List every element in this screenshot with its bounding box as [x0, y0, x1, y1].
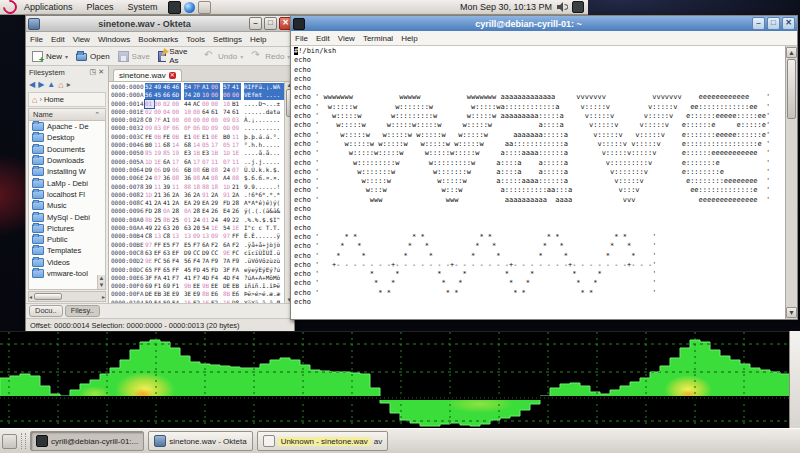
hex-row[interactable]: 0000:007839113911881888181D219.9......! — [111, 183, 284, 191]
hex-byte[interactable]: 2A — [232, 191, 241, 199]
hex-byte[interactable]: E3 — [202, 149, 211, 157]
hex-byte[interactable]: 49 — [145, 224, 154, 232]
hex-byte[interactable]: 09 — [232, 124, 241, 132]
hex-byte[interactable]: 3E — [184, 290, 193, 298]
terminal-menu-terminal[interactable]: Terminal — [359, 34, 397, 43]
hex-byte[interactable]: 10 — [184, 108, 193, 116]
hex-editor-view[interactable]: 0000:000052494646E47FA1005741RIFFä.¡.WA0… — [109, 82, 284, 303]
hex-byte[interactable]: 09 — [211, 124, 220, 132]
hex-byte[interactable]: 1B — [211, 149, 220, 157]
folder-item-downloads[interactable]: Downloads — [29, 155, 105, 166]
hex-byte[interactable]: 08 — [211, 174, 220, 182]
hex-byte[interactable]: 64 — [202, 108, 211, 116]
hex-byte[interactable]: 19 — [172, 149, 181, 157]
panel-menu-places[interactable]: Places — [80, 0, 121, 14]
dock-tab-docu-[interactable]: Docu.. — [29, 305, 63, 317]
hscroll-thumb[interactable] — [34, 293, 62, 300]
tray-app-icon[interactable] — [572, 1, 584, 13]
hex-row[interactable]: 0000:00D29EFC56F456F47AF97AF9.üVôVôzùzù — [111, 257, 284, 265]
hex-byte[interactable]: 14 — [193, 141, 202, 149]
visualizer-scrollbar[interactable] — [789, 331, 800, 428]
hex-byte[interactable]: 88 — [202, 183, 211, 191]
terminal-scroll-thumb[interactable] — [787, 59, 796, 119]
hex-byte[interactable]: F2 — [211, 241, 220, 249]
hex-byte[interactable]: 6D — [172, 91, 181, 99]
hex-row[interactable]: 0000:0096FD280A280A28E426E426ý(.(.(ä&ä& — [111, 207, 284, 215]
hex-byte[interactable]: 09 — [223, 116, 232, 124]
okteta-titlebar[interactable]: sinetone.wav - Okteta – □ ✕ — [26, 16, 294, 32]
hex-byte[interactable]: 29 — [193, 199, 202, 207]
hex-byte[interactable]: FE — [163, 133, 172, 141]
hex-byte[interactable]: 45 — [202, 266, 211, 274]
hex-byte[interactable]: 97 — [145, 241, 154, 249]
hex-byte[interactable]: 14 — [172, 141, 181, 149]
hex-byte[interactable]: 0D — [202, 124, 211, 132]
hex-byte[interactable]: 1E — [232, 224, 241, 232]
hex-byte[interactable]: 00 — [154, 100, 163, 108]
hex-byte[interactable]: B1 — [232, 100, 241, 108]
panel-menu-system[interactable]: System — [121, 0, 165, 14]
hex-byte[interactable]: 65 — [145, 266, 154, 274]
hex-byte[interactable]: 07 — [154, 174, 163, 182]
hex-byte[interactable]: 4D — [223, 274, 232, 282]
hex-byte[interactable]: B0 — [145, 141, 154, 149]
hex-byte[interactable]: F7 — [172, 241, 181, 249]
hex-byte[interactable]: 6A — [184, 158, 193, 166]
hex-row[interactable]: 0000:003209030F060F060D090D09.......... — [111, 124, 284, 132]
hex-byte[interactable]: 9E — [223, 249, 232, 257]
hex-byte[interactable]: FD — [193, 266, 202, 274]
hex-byte[interactable]: 24 — [145, 174, 154, 182]
folder-item-videos[interactable]: Videos — [29, 257, 105, 268]
hex-byte[interactable]: 00 — [211, 83, 220, 91]
hex-byte[interactable]: 36 — [163, 174, 172, 182]
hex-byte[interactable]: E5 — [163, 241, 172, 249]
hex-byte[interactable]: 2A — [211, 191, 220, 199]
taskbar-handle[interactable] — [21, 433, 26, 449]
hex-byte[interactable]: 3F — [145, 274, 154, 282]
hex-byte[interactable]: 1E — [232, 149, 241, 157]
hex-byte[interactable]: 69 — [163, 282, 172, 290]
hex-byte[interactable]: 0E — [193, 133, 202, 141]
hex-byte[interactable]: 00 — [223, 91, 232, 99]
hex-byte[interactable]: 17 — [232, 141, 241, 149]
hex-byte[interactable]: F1 — [172, 282, 181, 290]
hex-byte[interactable]: E4 — [184, 83, 193, 91]
hex-byte[interactable]: 03 — [154, 124, 163, 132]
hex-byte[interactable]: 11 — [232, 133, 241, 141]
hex-byte[interactable]: 6B — [202, 166, 211, 174]
folder-item-desktop[interactable]: Desktop — [29, 132, 105, 143]
hex-byte[interactable]: 6A — [163, 158, 172, 166]
hex-byte[interactable]: 54 — [202, 224, 211, 232]
hex-byte[interactable]: 07 — [232, 166, 241, 174]
hex-row[interactable]: 0000:003CFE0BFE0BE10EE10EB011þ.þ.á.á.°. — [111, 133, 284, 141]
hex-byte[interactable]: 00 — [193, 116, 202, 124]
hex-byte[interactable]: 28 — [232, 199, 241, 207]
web-browser-launcher-icon[interactable] — [184, 2, 195, 13]
hex-row[interactable]: 0000:00E63FFA41F741F74DF44DF4?úA÷A÷MôMô — [111, 274, 284, 282]
hex-byte[interactable]: 25 — [154, 216, 163, 224]
hex-row[interactable]: 0000:001E02000400100064617461......data — [111, 108, 284, 116]
hex-byte[interactable]: 13 — [172, 232, 181, 240]
hex-byte[interactable]: 11 — [154, 183, 163, 191]
hex-byte[interactable]: 85 — [145, 149, 154, 157]
minimize-button[interactable]: – — [249, 17, 262, 30]
hex-byte[interactable]: 17 — [172, 158, 181, 166]
hex-byte[interactable]: 24 — [211, 216, 220, 224]
hex-byte[interactable]: F7 — [193, 274, 202, 282]
hex-byte[interactable]: 7F — [154, 116, 163, 124]
hex-byte[interactable]: EB — [232, 282, 241, 290]
hex-byte[interactable]: D9 — [184, 249, 193, 257]
hex-byte[interactable]: 2A — [193, 191, 202, 199]
hex-byte[interactable]: FF — [172, 266, 181, 274]
hex-row[interactable]: 0000:0028C07FA100000000000903À.¡....... — [111, 116, 284, 124]
hex-byte[interactable]: 00 — [184, 116, 193, 124]
hex-byte[interactable]: FE — [145, 133, 154, 141]
terminal-menu-view[interactable]: View — [334, 34, 359, 43]
hex-byte[interactable]: 11 — [211, 158, 220, 166]
hex-byte[interactable]: 46 — [163, 83, 172, 91]
hex-byte[interactable]: 01 — [184, 216, 193, 224]
hex-byte[interactable]: A4 — [223, 174, 232, 182]
hex-byte[interactable]: 0E — [211, 133, 220, 141]
hex-byte[interactable]: 06 — [193, 124, 202, 132]
hex-byte[interactable]: EE — [193, 282, 202, 290]
